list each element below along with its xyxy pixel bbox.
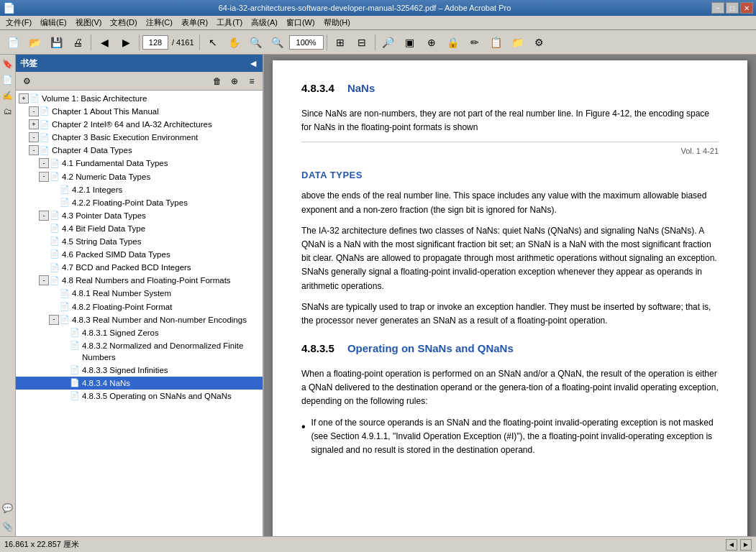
tree-item-ch1[interactable]: -📄Chapter 1 About This Manual	[16, 105, 263, 118]
tree-expand-ch4_6[interactable]	[39, 249, 49, 259]
tree-expand-ch2[interactable]: +	[29, 119, 39, 129]
fit-page-button[interactable]: ⊞	[330, 33, 350, 52]
panel-add-button[interactable]: ⊕	[227, 74, 242, 88]
tree-expand-ch1[interactable]: -	[29, 106, 39, 116]
menu-advanced[interactable]: 高级(A)	[247, 16, 282, 29]
minimize-button[interactable]: −	[711, 2, 724, 14]
menu-edit[interactable]: 编辑(E)	[36, 16, 71, 29]
save-button[interactable]: 💾	[46, 33, 66, 52]
back-button[interactable]: ◀	[94, 33, 114, 52]
tree-item-ch4_1[interactable]: -📄4.1 Fundamental Data Types	[16, 157, 263, 170]
layers-nav-icon[interactable]: 🗂	[1, 105, 14, 118]
tree-item-ch2[interactable]: +📄Chapter 2 Intel® 64 and IA-32 Architec…	[16, 118, 263, 131]
fit-width-button[interactable]: ⊟	[352, 33, 372, 52]
tree-item-ch4_2_1[interactable]: 📄4.2.1 Integers	[16, 183, 263, 196]
tree-expand-ch4_8_3_1[interactable]	[59, 328, 69, 338]
pages-nav-icon[interactable]: 📄	[1, 73, 14, 86]
tree-expand-ch4_8_1[interactable]	[49, 288, 59, 298]
tree-expand-ch4_8_3_5[interactable]	[59, 391, 69, 401]
new-button[interactable]: 📄	[3, 33, 23, 52]
scroll-left-button[interactable]: ◄	[726, 539, 737, 551]
tree-label-ch4_4: 4.4 Bit Field Data Type	[60, 223, 260, 234]
tree-item-ch4_8_1[interactable]: 📄4.8.1 Real Number System	[16, 287, 263, 300]
tree-expand-ch4[interactable]: -	[29, 145, 39, 155]
tree-item-ch4_3[interactable]: -📄4.3 Pointer Data Types	[16, 209, 263, 222]
tree-item-ch4_5[interactable]: 📄4.5 String Data Types	[16, 235, 263, 248]
hand-tool[interactable]: ✋	[224, 33, 245, 52]
maximize-button[interactable]: □	[726, 2, 739, 14]
tree-expand-ch4_2[interactable]: -	[39, 172, 49, 182]
page-input[interactable]	[142, 35, 168, 50]
toolbar-more4[interactable]: ✏	[465, 33, 485, 52]
attachments-nav-icon[interactable]: 📎	[1, 520, 14, 533]
content-area[interactable]: 4.8.3.4 NaNs Since NaNs are non-numbers,…	[264, 55, 756, 536]
tree-item-ch4_8_3_4[interactable]: 📄4.8.3.4 NaNs	[16, 377, 263, 390]
panel-options-button[interactable]: ≡	[244, 74, 260, 88]
tree-item-ch4_7[interactable]: 📄4.7 BCD and Packed BCD Integers	[16, 261, 263, 274]
menu-help[interactable]: 帮助(H)	[319, 16, 355, 29]
tree-item-ch4_8_3_3[interactable]: 📄4.8.3.3 Signed Infinities	[16, 364, 263, 377]
tree-expand-ch4_8_3_2[interactable]	[59, 341, 69, 351]
comments-nav-icon[interactable]: 💬	[1, 502, 14, 515]
tree-item-volume1[interactable]: +📄Volume 1: Basic Architecture	[16, 92, 263, 105]
tree-item-ch4_8_2[interactable]: 📄4.8.2 Floating-Point Format	[16, 300, 263, 313]
tree-item-ch4_2[interactable]: -📄4.2 Numeric Data Types	[16, 170, 263, 183]
tree-expand-ch4_4[interactable]	[39, 224, 49, 234]
tree-item-ch4_8_3_5[interactable]: 📄4.8.3.5 Operating on SNaNs and QNaNs	[16, 390, 263, 402]
toolbar-more3[interactable]: 🔒	[443, 33, 463, 52]
bookmarks-nav-icon[interactable]: 🔖	[1, 58, 14, 70]
panel-settings-button[interactable]: ⚙	[19, 74, 35, 88]
tree-expand-ch4_8[interactable]: -	[39, 275, 49, 285]
panel-close-button[interactable]: ◄	[248, 58, 258, 69]
open-button[interactable]: 📂	[24, 33, 45, 52]
panel-delete-button[interactable]: 🗑	[209, 74, 225, 88]
menu-comment[interactable]: 注释(C)	[142, 16, 177, 29]
tree-item-ch3[interactable]: -📄Chapter 3 Basic Execution Environment	[16, 131, 263, 144]
tree-expand-ch4_8_3_4[interactable]	[59, 378, 69, 388]
toolbar-more2[interactable]: ⊕	[422, 33, 442, 52]
menu-tools[interactable]: 工具(T)	[212, 16, 247, 29]
tree-item-ch4_4[interactable]: 📄4.4 Bit Field Data Type	[16, 222, 263, 235]
tree-expand-ch4_5[interactable]	[39, 236, 49, 247]
forward-button[interactable]: ▶	[116, 33, 136, 52]
section-4834-para3: SNaNs are typically used to trap or invo…	[301, 300, 719, 328]
tree-item-ch4_8_3_2[interactable]: 📄4.8.3.2 Normalized and Denormalized Fin…	[16, 339, 263, 364]
toolbar-more5[interactable]: 📋	[486, 33, 506, 52]
find-button[interactable]: 🔎	[378, 33, 399, 52]
zoom-out-button[interactable]: 🔍	[246, 33, 266, 52]
tree-expand-ch4_2_1[interactable]	[49, 185, 59, 195]
tree-expand-ch4_7[interactable]	[39, 262, 49, 272]
print-button[interactable]: 🖨	[68, 33, 88, 52]
tree-expand-ch4_1[interactable]: -	[39, 158, 49, 168]
tree-item-ch4_8[interactable]: -📄4.8 Real Numbers and Floating-Point Fo…	[16, 274, 263, 287]
tree-item-ch4[interactable]: -📄Chapter 4 Data Types	[16, 144, 263, 157]
tree-expand-ch4_2_2[interactable]	[49, 198, 59, 208]
tree-item-ch4_8_3[interactable]: -📄4.8.3 Real Number and Non-number Encod…	[16, 313, 263, 326]
tree-expand-ch4_8_3_3[interactable]	[59, 365, 69, 375]
toolbar-more1[interactable]: ▣	[400, 33, 420, 52]
menu-file[interactable]: 文件(F)	[1, 16, 36, 29]
close-button[interactable]: ✕	[740, 2, 753, 14]
menu-window[interactable]: 窗口(W)	[282, 16, 319, 29]
menu-view[interactable]: 视图(V)	[71, 16, 106, 29]
tree-expand-ch4_8_2[interactable]	[49, 302, 59, 312]
tree-item-ch4_2_2[interactable]: 📄4.2.2 Floating-Point Data Types	[16, 196, 263, 209]
cursor-tool[interactable]: ↖	[203, 33, 223, 52]
tree-expand-volume1[interactable]: +	[19, 93, 29, 104]
tree-item-ch4_8_3_1[interactable]: 📄4.8.3.1 Signed Zeros	[16, 326, 263, 339]
tree-icon-ch4_5: 📄	[49, 236, 60, 247]
zoom-input[interactable]	[289, 35, 324, 50]
signature-nav-icon[interactable]: ✍	[1, 89, 14, 102]
toolbar-more6[interactable]: 📁	[508, 33, 528, 52]
zoom-in-button[interactable]: 🔍	[268, 33, 288, 52]
tree-expand-ch4_3[interactable]: -	[39, 211, 49, 221]
scroll-right-button[interactable]: ►	[740, 539, 752, 551]
tree-expand-ch4_8_3[interactable]: -	[49, 315, 59, 325]
menu-forms[interactable]: 表单(R)	[177, 16, 212, 29]
tree-label-ch4_8_2: 4.8.2 Floating-Point Format	[70, 301, 260, 313]
tree-item-ch4_6[interactable]: 📄4.6 Packed SIMD Data Types	[16, 248, 263, 261]
menu-document[interactable]: 文档(D)	[106, 16, 141, 29]
tree-expand-ch3[interactable]: -	[29, 132, 39, 142]
section-4834-title: NaNs	[347, 82, 375, 94]
toolbar-more7[interactable]: ⚙	[529, 33, 550, 52]
